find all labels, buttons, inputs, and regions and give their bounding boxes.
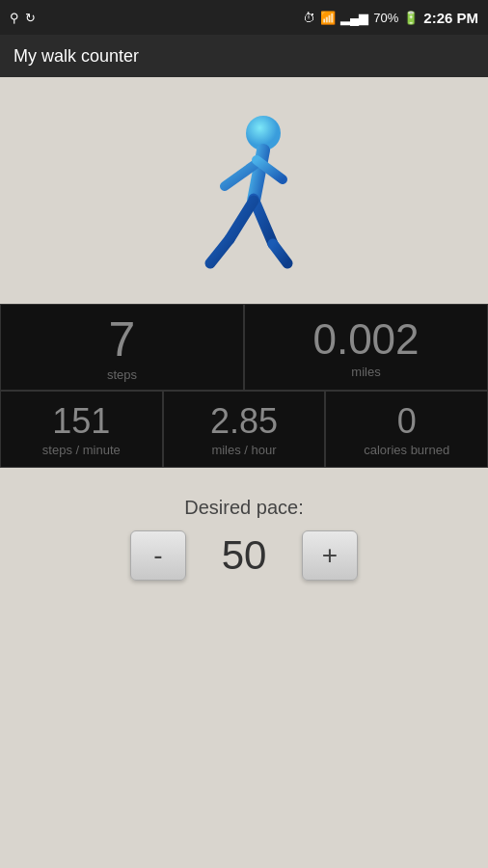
decrease-pace-button[interactable]: - [130, 530, 186, 581]
status-left-icons: ⚲ ↻ [10, 11, 36, 25]
svg-line-6 [230, 201, 254, 239]
walker-area [0, 77, 488, 304]
increase-pace-button[interactable]: + [302, 530, 358, 581]
steps-value: 7 [109, 315, 136, 364]
calories-burned-value: 0 [397, 404, 417, 439]
app-title: My walk counter [14, 46, 139, 67]
walker-icon [181, 104, 307, 278]
svg-line-7 [210, 239, 230, 263]
stats-row-1: 7 steps 0.002 miles [0, 304, 488, 391]
battery-percent: 70% [373, 11, 398, 25]
calories-burned-box: 0 calories burned [325, 391, 488, 468]
steps-box: 7 steps [0, 304, 244, 391]
calories-burned-label: calories burned [364, 443, 449, 457]
pace-section: Desired pace: - 50 + [0, 468, 488, 581]
status-bar: ⚲ ↻ ⏱ 📶 ▂▄▆ 70% 🔋 2:26 PM [0, 0, 488, 35]
main-content: 7 steps 0.002 miles 151 steps / minute 2… [0, 77, 488, 868]
svg-line-5 [273, 244, 287, 263]
miles-per-hour-value: 2.85 [210, 404, 278, 439]
wifi-icon: 📶 [320, 11, 336, 25]
miles-value: 0.002 [312, 318, 419, 361]
refresh-icon: ↻ [25, 11, 36, 25]
battery-icon: 🔋 [403, 11, 419, 25]
miles-per-hour-box: 2.85 miles / hour [163, 391, 326, 468]
steps-per-minute-box: 151 steps / minute [0, 391, 163, 468]
miles-label: miles [351, 365, 380, 379]
pace-label: Desired pace: [184, 497, 303, 519]
pace-controls: - 50 + [130, 530, 358, 581]
alarm-icon: ⏱ [303, 11, 315, 25]
status-right-icons: ⏱ 📶 ▂▄▆ 70% 🔋 2:26 PM [303, 10, 478, 26]
pace-value: 50 [205, 532, 283, 579]
steps-label: steps [107, 367, 137, 382]
steps-per-minute-label: steps / minute [42, 443, 121, 457]
time-display: 2:26 PM [423, 10, 478, 26]
signal-icon: ▂▄▆ [340, 11, 368, 25]
miles-per-hour-label: miles / hour [211, 443, 276, 457]
usb-icon: ⚲ [10, 11, 19, 25]
stats-row-2: 151 steps / minute 2.85 miles / hour 0 c… [0, 391, 488, 468]
miles-box: 0.002 miles [244, 304, 488, 391]
steps-per-minute-value: 151 [52, 404, 110, 439]
title-bar: My walk counter [0, 35, 488, 77]
